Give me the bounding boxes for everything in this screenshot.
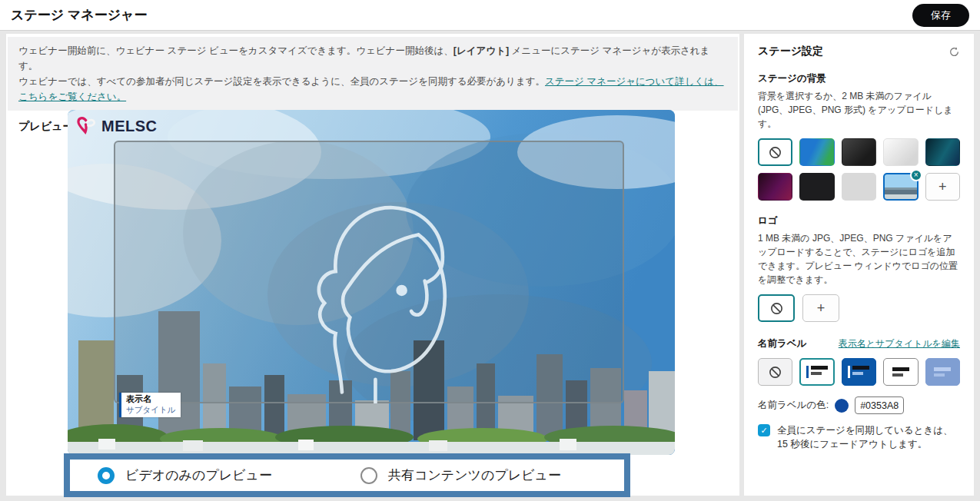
bg-thumbnail-black[interactable] (799, 173, 834, 201)
logo-section-description: 1 MB 未満の JPG、JPEG、PNG ファイルをアップロードすることで、ス… (758, 231, 960, 287)
stage-background-description: 背景を選択するか、2 MB 未満のファイル (JPG、JPEG、PNG 形式) … (758, 89, 960, 131)
stage-logo[interactable]: MELSC (77, 116, 158, 136)
add-background-button[interactable]: + (925, 173, 960, 201)
style-preview (806, 366, 828, 378)
remove-background-icon[interactable]: × (910, 169, 922, 181)
add-logo-button[interactable]: + (802, 294, 839, 322)
display-name-text: 表示名 (126, 394, 175, 405)
radio-video-only-label: ビデオのみのプレビュー (125, 466, 272, 484)
subtitle-text: サブタイトル (126, 405, 175, 415)
stage-settings-panel: ステージ設定 ステージの背景 背景を選択するか、2 MB 未満のファイル (JP… (744, 34, 974, 496)
save-button[interactable]: 保存 (912, 4, 969, 27)
fadeout-checkbox-checked[interactable]: ✓ (758, 424, 770, 436)
circle-slash-icon (768, 365, 782, 380)
refresh-icon[interactable] (948, 46, 960, 58)
preview-mode-selector-inner: ビデオのみのプレビュー 共有コンテンツのプレビュー (70, 460, 624, 491)
name-label-style-3[interactable] (883, 358, 918, 386)
bg-thumbnail-none[interactable] (758, 138, 792, 166)
bg-thumbnail-blue-green[interactable] (799, 138, 834, 166)
preview-title: プレビュー (18, 120, 73, 134)
name-label-color-label: 名前ラベルの色: (758, 399, 829, 412)
main-panel: ウェビナー開始前に、ウェビナー ステージ ビューをカスタマイズできます。ウェビナ… (6, 34, 739, 496)
name-label-style-2[interactable] (842, 358, 876, 386)
name-label-style-none[interactable] (758, 358, 792, 386)
stage-settings-header: ステージ設定 (758, 45, 960, 58)
name-label-style-1-selected[interactable] (799, 358, 834, 386)
radio-shared-content-preview[interactable]: 共有コンテンツのプレビュー (360, 466, 561, 484)
bg-thumbnail-magenta[interactable] (758, 173, 792, 201)
logo-button-row: + (758, 294, 960, 322)
logo-section-title: ロゴ (758, 214, 960, 227)
fadeout-option-row: ✓ 全員にステージを同期しているときは、15 秒後にフェードアウトします。 (758, 423, 960, 451)
style-preview (892, 367, 909, 377)
video-tile[interactable] (114, 141, 624, 403)
avatar-placeholder-icon (292, 181, 484, 403)
name-label-color-row: 名前ラベルの色: (758, 396, 960, 414)
page-title: ステージ マネージャー (11, 6, 148, 24)
edit-display-name-link[interactable]: 表示名とサブタイトルを編集 (839, 337, 960, 350)
bg-thumbnail-dark-gray[interactable] (842, 138, 876, 166)
bg-thumbnail-dark-teal[interactable] (925, 138, 960, 166)
info-line1-pre: ウェビナー開始前に、ウェビナー ステージ ビューをカスタマイズできます。ウェビナ… (18, 45, 453, 56)
bg-thumbnail-light-gray[interactable] (842, 173, 876, 201)
color-swatch[interactable] (835, 399, 849, 413)
info-line1-bold: [レイアウト] (453, 45, 509, 56)
radio-shared-content-label: 共有コンテンツのプレビュー (388, 466, 561, 484)
logo-none-button[interactable] (758, 294, 795, 322)
stage-name-label[interactable]: 表示名 サブタイトル (119, 393, 181, 417)
stage-logo-text: MELSC (101, 118, 158, 135)
radio-selected-icon[interactable] (98, 467, 115, 484)
circle-slash-icon (768, 145, 782, 160)
name-label-style-4[interactable] (925, 358, 960, 386)
name-label-header: 名前ラベル 表示名とサブタイトルを編集 (758, 337, 960, 350)
app-header: ステージ マネージャー 保存 (0, 0, 980, 31)
info-banner: ウェビナー開始前に、ウェビナー ステージ ビューをカスタマイズできます。ウェビナ… (8, 37, 738, 111)
info-line2-text: ウェビナーでは、すべての参加者が同じステージ設定を表示できるように、全員のステー… (18, 76, 545, 87)
melsc-heart-icon (77, 116, 98, 136)
stage-settings-title: ステージ設定 (758, 45, 823, 58)
background-thumbnail-grid: × + (758, 138, 960, 201)
stage-preview[interactable]: MELSC 表示名 サブタイトル (68, 110, 675, 455)
radio-video-only-preview[interactable]: ビデオのみのプレビュー (98, 466, 272, 484)
name-label-style-grid (758, 358, 960, 386)
name-label-title: 名前ラベル (758, 337, 806, 350)
color-hex-input[interactable] (855, 396, 904, 414)
preview-mode-selector: ビデオのみのプレビュー 共有コンテンツのプレビュー (64, 453, 630, 497)
bg-thumbnail-cityscape-selected[interactable]: × (883, 173, 918, 201)
circle-slash-icon (769, 301, 784, 316)
style-preview (848, 366, 869, 378)
stage-background-title: ステージの背景 (758, 72, 960, 85)
fadeout-text: 全員にステージを同期しているときは、15 秒後にフェードアウトします。 (777, 423, 960, 451)
bg-thumbnail-light-silver[interactable] (883, 138, 918, 166)
radio-unselected-icon[interactable] (360, 467, 377, 484)
style-preview (934, 367, 951, 377)
